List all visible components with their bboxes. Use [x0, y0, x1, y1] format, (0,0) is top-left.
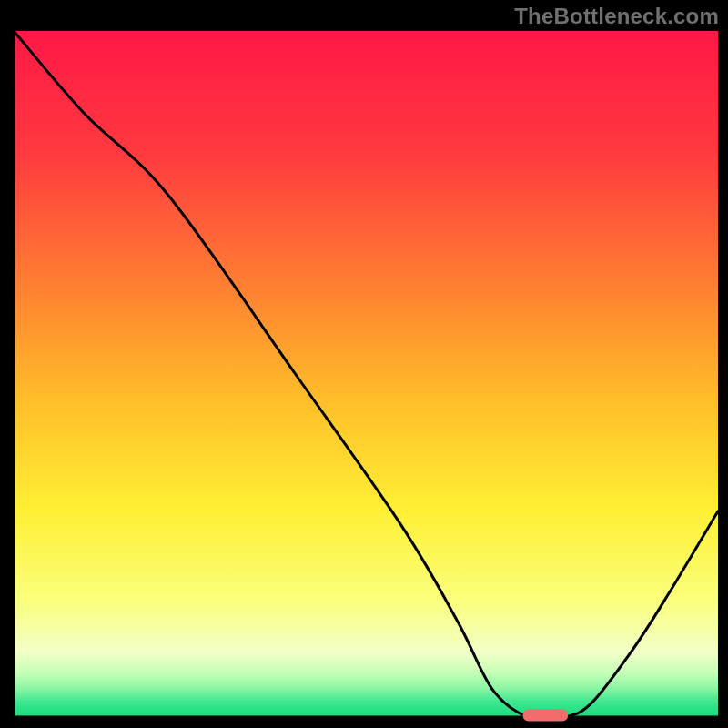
- plot-background: [14, 31, 718, 717]
- watermark-text: TheBottleneck.com: [514, 4, 719, 29]
- chart-canvas: [0, 0, 728, 728]
- chart-stage: TheBottleneck.com: [0, 0, 728, 728]
- optimal-marker: [523, 710, 569, 722]
